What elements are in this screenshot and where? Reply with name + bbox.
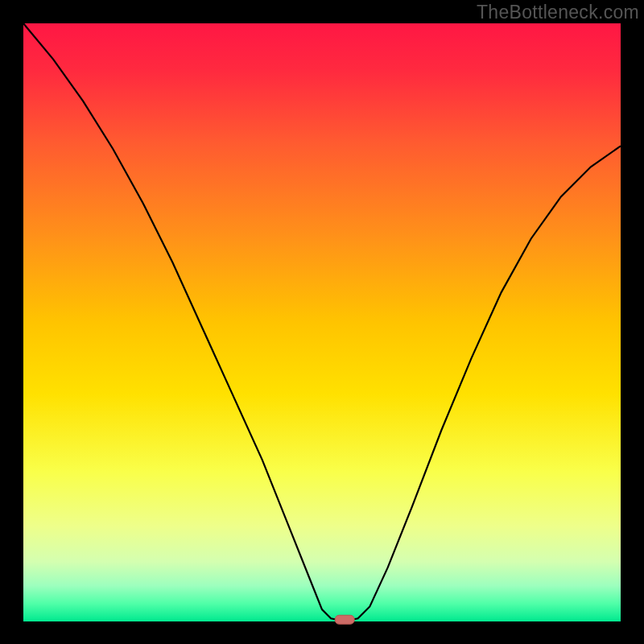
- bottleneck-chart: [0, 0, 644, 644]
- plot-background: [23, 23, 621, 621]
- optimal-marker: [335, 615, 354, 624]
- chart-root: TheBottleneck.com: [0, 0, 644, 644]
- watermark-text: TheBottleneck.com: [477, 2, 639, 23]
